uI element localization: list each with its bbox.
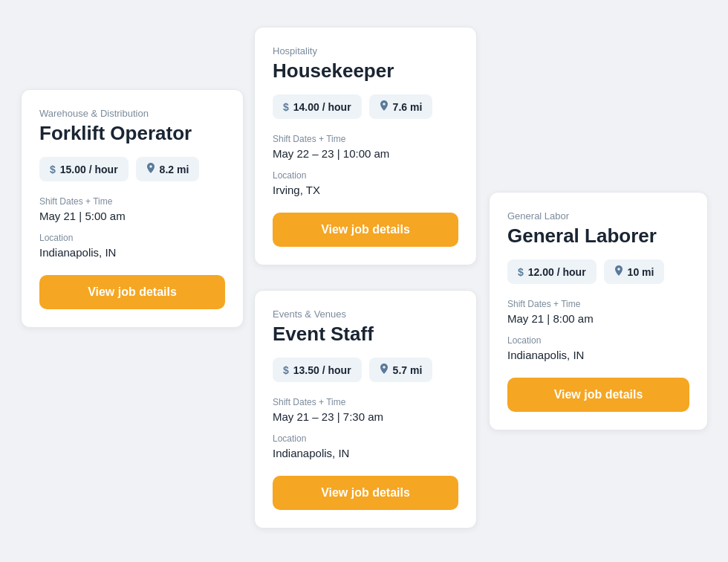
forklift-badges: $ 15.00 / hour 8.2 mi xyxy=(39,157,225,181)
general-wage-badge: $ 12.00 / hour xyxy=(507,259,597,284)
event-view-btn[interactable]: View job details xyxy=(273,476,458,510)
general-distance: 10 mi xyxy=(628,266,654,278)
cards-container: Warehouse & Distribution Forklift Operat… xyxy=(0,0,728,562)
event-distance-badge: 5.7 mi xyxy=(369,358,433,382)
event-location-label: Location xyxy=(273,433,458,444)
pin-icon-gl xyxy=(614,265,623,278)
housekeeper-shift-value: May 22 – 23 | 10:00 am xyxy=(273,147,458,160)
dollar-icon-ev: $ xyxy=(283,364,289,376)
dollar-icon-hk: $ xyxy=(283,101,289,113)
forklift-wage-badge: $ 15.00 / hour xyxy=(39,157,129,181)
event-title: Event Staff xyxy=(273,323,458,346)
pin-icon-ev xyxy=(380,364,389,376)
event-distance: 5.7 mi xyxy=(393,364,423,376)
card-event: Events & Venues Event Staff $ 13.50 / ho… xyxy=(254,290,477,529)
event-category: Events & Venues xyxy=(273,309,458,320)
event-badges: $ 13.50 / hour 5.7 mi xyxy=(273,358,458,382)
forklift-distance-badge: 8.2 mi xyxy=(136,157,200,181)
card-general: General Labor General Laborer $ 12.00 / … xyxy=(489,192,708,430)
general-badges: $ 12.00 / hour 10 mi xyxy=(507,259,689,284)
event-shift-label: Shift Dates + Time xyxy=(273,397,458,407)
forklift-location-label: Location xyxy=(39,233,225,243)
housekeeper-location-label: Location xyxy=(273,170,458,181)
pin-icon xyxy=(146,163,155,175)
housekeeper-distance: 7.6 mi xyxy=(393,101,423,113)
general-view-btn[interactable]: View job details xyxy=(507,378,689,412)
forklift-distance: 8.2 mi xyxy=(160,164,189,175)
housekeeper-wage-badge: $ 14.00 / hour xyxy=(273,94,362,119)
housekeeper-view-btn[interactable]: View job details xyxy=(273,213,458,247)
card-housekeeper: Hospitality Housekeeper $ 14.00 / hour 7… xyxy=(254,27,477,265)
forklift-shift-value: May 21 | 5:00 am xyxy=(39,210,225,222)
housekeeper-category: Hospitality xyxy=(273,45,458,56)
dollar-icon: $ xyxy=(50,164,56,175)
forklift-title: Forklift Operator xyxy=(39,122,225,145)
card-forklift: Warehouse & Distribution Forklift Operat… xyxy=(21,89,244,328)
housekeeper-wage: 14.00 / hour xyxy=(293,101,351,113)
general-category: General Labor xyxy=(507,210,689,222)
general-title: General Laborer xyxy=(507,225,689,248)
forklift-view-btn[interactable]: View job details xyxy=(39,275,225,309)
general-shift-value: May 21 | 8:00 am xyxy=(507,312,689,325)
general-shift-label: Shift Dates + Time xyxy=(507,299,689,309)
forklift-location-value: Indianapolis, IN xyxy=(39,246,225,259)
event-shift-value: May 21 – 23 | 7:30 am xyxy=(273,410,458,423)
event-wage-badge: $ 13.50 / hour xyxy=(273,358,362,382)
general-location-value: Indianapolis, IN xyxy=(507,349,689,361)
general-wage: 12.00 / hour xyxy=(528,266,586,278)
forklift-wage: 15.00 / hour xyxy=(60,164,118,175)
dollar-icon-gl: $ xyxy=(518,266,524,278)
housekeeper-distance-badge: 7.6 mi xyxy=(369,94,433,119)
housekeeper-badges: $ 14.00 / hour 7.6 mi xyxy=(273,94,458,119)
general-distance-badge: 10 mi xyxy=(604,259,665,284)
housekeeper-shift-label: Shift Dates + Time xyxy=(273,134,458,144)
pin-icon-hk xyxy=(380,100,389,113)
forklift-category: Warehouse & Distribution xyxy=(39,108,225,119)
housekeeper-location-value: Irving, TX xyxy=(273,184,458,196)
forklift-shift-label: Shift Dates + Time xyxy=(39,196,225,207)
housekeeper-title: Housekeeper xyxy=(273,59,458,83)
event-location-value: Indianapolis, IN xyxy=(273,447,458,459)
general-location-label: Location xyxy=(507,335,689,346)
event-wage: 13.50 / hour xyxy=(293,364,351,376)
